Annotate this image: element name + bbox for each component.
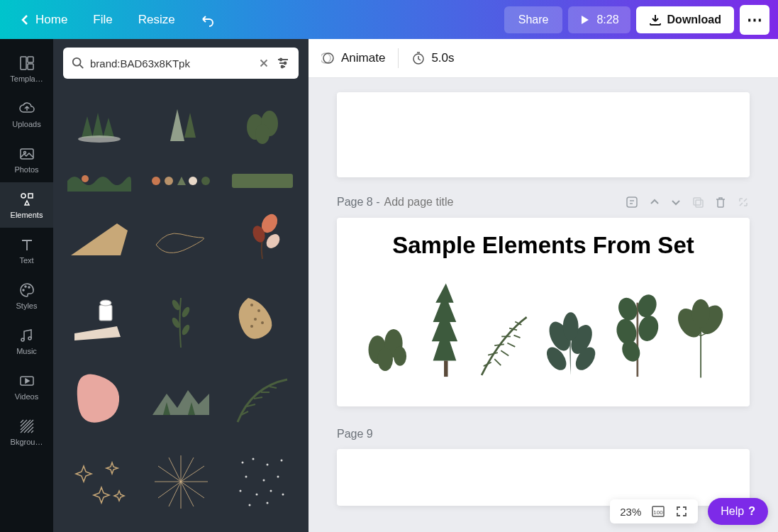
- move-up-icon[interactable]: [649, 196, 660, 208]
- element-thumb[interactable]: [145, 201, 218, 275]
- sidebar-item-videos[interactable]: Videos: [0, 364, 53, 409]
- element-thumb[interactable]: [145, 283, 218, 356]
- file-menu[interactable]: File: [82, 7, 123, 33]
- svg-point-16: [282, 66, 284, 68]
- canvas-heading: Sample Elements From Set: [358, 232, 728, 259]
- share-button[interactable]: Share: [504, 6, 563, 33]
- fullscreen-icon[interactable]: [675, 505, 688, 518]
- undo-button[interactable]: [189, 7, 226, 33]
- tropical-plant-element[interactable]: [540, 300, 601, 385]
- svg-point-25: [201, 177, 210, 185]
- svg-point-22: [152, 177, 160, 185]
- element-thumb[interactable]: [63, 87, 136, 160]
- element-thumb[interactable]: [145, 169, 218, 193]
- more-button[interactable]: ⋯: [740, 5, 769, 35]
- text-icon: [18, 236, 35, 253]
- page-title-input[interactable]: [384, 196, 526, 209]
- resize-menu[interactable]: Resize: [127, 7, 187, 33]
- help-button[interactable]: Help ?: [708, 498, 768, 525]
- duplicate-icon[interactable]: [691, 196, 704, 209]
- page-canvas[interactable]: Sample Elements From Set: [337, 218, 750, 406]
- page-canvas[interactable]: [337, 449, 750, 506]
- elements-icon: [18, 191, 35, 208]
- svg-point-51: [282, 493, 284, 495]
- move-down-icon[interactable]: [670, 196, 682, 208]
- notes-icon[interactable]: [625, 195, 639, 209]
- svg-point-55: [321, 53, 330, 63]
- svg-rect-3: [21, 149, 33, 159]
- zoom-value[interactable]: 23%: [620, 506, 641, 518]
- canvas-area: Animate 5.0s Page 8 -: [309, 39, 778, 532]
- sidebar-item-background[interactable]: Bkgrou…: [0, 409, 53, 455]
- svg-point-36: [250, 304, 253, 306]
- cactus-element[interactable]: [358, 314, 416, 385]
- element-thumb[interactable]: [63, 445, 136, 519]
- element-thumb[interactable]: [226, 169, 299, 193]
- sidebar-item-text[interactable]: Text: [0, 228, 53, 273]
- undo-icon: [201, 13, 215, 27]
- search-input[interactable]: [90, 57, 252, 70]
- svg-point-21: [82, 175, 89, 182]
- svg-point-63: [394, 346, 406, 365]
- play-button[interactable]: 8:28: [568, 6, 630, 33]
- sidebar-item-label: Text: [19, 256, 33, 265]
- templates-icon: [18, 55, 35, 72]
- svg-point-5: [21, 194, 26, 198]
- pine-tree-element[interactable]: [423, 272, 469, 385]
- pages-scroll[interactable]: Page 8 - Sample Elements From Set: [309, 78, 778, 532]
- element-thumb[interactable]: [226, 201, 299, 275]
- sidebar-item-uploads[interactable]: Uploads: [0, 92, 53, 137]
- sidebar-item-music[interactable]: Music: [0, 318, 53, 364]
- download-label: Download: [667, 13, 721, 26]
- element-thumb[interactable]: [145, 87, 218, 160]
- element-thumb[interactable]: [63, 201, 136, 275]
- sidebar-item-photos[interactable]: Photos: [0, 137, 53, 182]
- svg-rect-2: [28, 64, 33, 70]
- element-thumb[interactable]: [226, 283, 299, 356]
- page-number-label: Page 8 -: [337, 196, 379, 209]
- svg-point-41: [242, 461, 244, 463]
- svg-point-29: [263, 232, 282, 251]
- fit-icon[interactable]: 100: [651, 505, 665, 518]
- sidebar-item-templates[interactable]: Templa…: [0, 46, 53, 92]
- back-button[interactable]: Home: [9, 7, 79, 33]
- element-thumb[interactable]: [145, 445, 218, 519]
- palm-frond-element[interactable]: [475, 307, 533, 385]
- delete-icon[interactable]: [714, 196, 727, 209]
- svg-point-11: [28, 337, 31, 340]
- svg-point-17: [78, 135, 121, 143]
- element-thumb[interactable]: [145, 364, 218, 437]
- sidebar-item-elements[interactable]: Elements: [0, 182, 53, 228]
- svg-point-44: [281, 459, 283, 461]
- chevron-left-icon: [20, 14, 31, 26]
- download-button[interactable]: Download: [636, 6, 734, 33]
- sidebar-item-label: Uploads: [12, 120, 40, 128]
- page-header: Page 9: [337, 428, 750, 440]
- element-thumb[interactable]: [226, 87, 299, 160]
- element-thumb[interactable]: [226, 364, 299, 437]
- element-thumb[interactable]: [63, 169, 136, 193]
- sidebar-item-label: Music: [16, 347, 37, 355]
- duration-button[interactable]: 5.0s: [411, 51, 454, 65]
- element-thumb[interactable]: [63, 283, 136, 356]
- leafy-plant-element[interactable]: [674, 293, 728, 385]
- videos-icon: [18, 372, 35, 389]
- expand-icon[interactable]: [737, 196, 750, 209]
- svg-point-50: [270, 489, 272, 492]
- elements-grid[interactable]: [53, 87, 309, 532]
- page-canvas-prev[interactable]: [337, 92, 750, 177]
- clear-icon[interactable]: [257, 57, 270, 70]
- svg-point-31: [100, 300, 111, 306]
- filter-icon[interactable]: [276, 56, 290, 70]
- animate-button[interactable]: Animate: [321, 51, 385, 65]
- element-thumb[interactable]: [63, 364, 136, 437]
- sidebar-item-styles[interactable]: Styles: [0, 273, 53, 318]
- background-icon: [18, 418, 35, 435]
- fiddle-leaf-element[interactable]: [608, 272, 667, 385]
- svg-point-15: [284, 62, 287, 65]
- element-thumb[interactable]: [226, 445, 299, 519]
- svg-point-77: [691, 299, 709, 328]
- page-number-label: Page 9: [337, 428, 373, 440]
- photos-icon: [18, 145, 35, 162]
- svg-point-47: [277, 475, 279, 477]
